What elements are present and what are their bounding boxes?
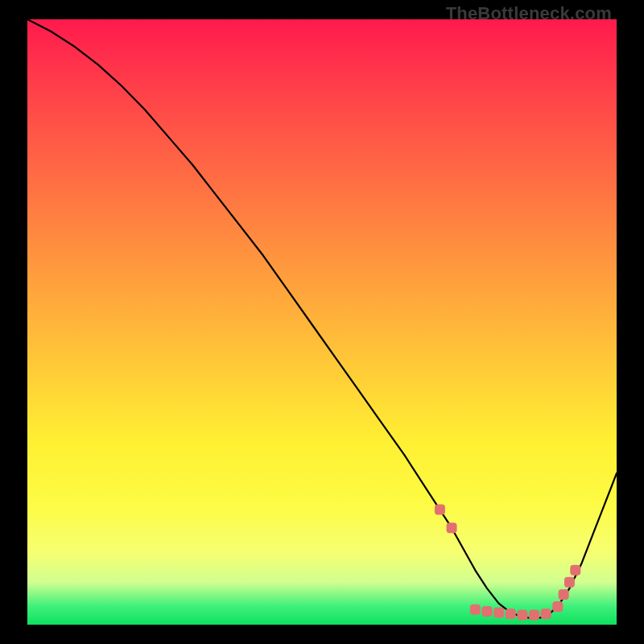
plot-area bbox=[27, 19, 617, 625]
watermark-text: TheBottleneck.com bbox=[446, 3, 612, 24]
chart-frame: TheBottleneck.com bbox=[0, 0, 644, 644]
